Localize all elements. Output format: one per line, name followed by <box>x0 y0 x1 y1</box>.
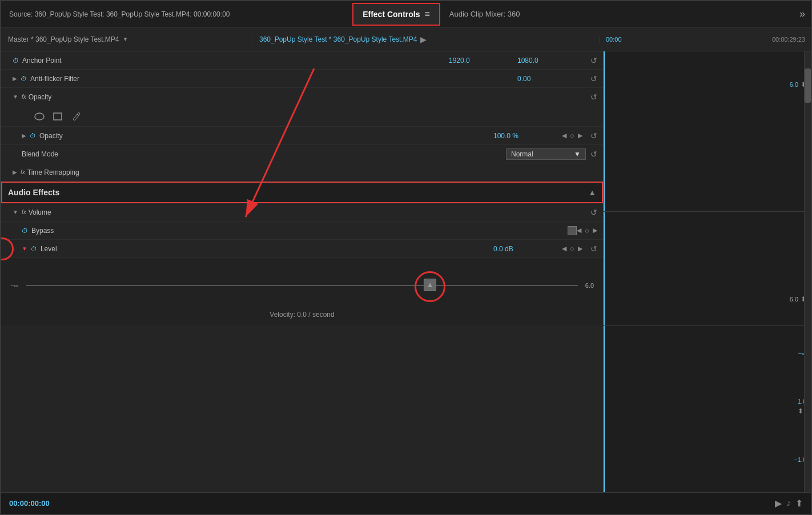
master-clip-name: Master * 360_PopUp Style Test.MP4 <box>8 35 119 43</box>
audio-effects-label: Audio Effects <box>8 188 59 197</box>
level-reset-button[interactable]: ↺ <box>590 244 597 254</box>
blend-mode-label: Blend Mode <box>22 150 506 158</box>
level-row: ▼ ⏱ Level 0.0 dB ◀ ◇ ▶ ↺ <box>1 240 603 258</box>
bypass-nav-controls: ◀ ◇ ▶ <box>577 227 597 234</box>
blend-mode-row: Blend Mode Normal ▼ ↺ <box>1 145 603 163</box>
time-remapping-expand-arrow[interactable]: ▶ <box>13 169 17 175</box>
opacity-nav-controls: ◀ ◇ ▶ ↺ <box>562 131 597 140</box>
level-nav-right[interactable]: ▶ <box>578 245 582 252</box>
clip-dropdown-arrow[interactable]: ▼ <box>123 36 128 42</box>
opacity-value[interactable]: 100.0 % <box>493 132 562 140</box>
volume-fx-badge: fx <box>22 209 26 215</box>
timeline-playhead <box>604 51 605 492</box>
level-label: Level <box>41 245 493 253</box>
audio-effects-scroll-up-icon[interactable]: ▲ <box>588 188 596 197</box>
blend-mode-chevron-icon: ▼ <box>574 150 581 158</box>
opacity-reset-button[interactable]: ↺ <box>590 92 597 102</box>
effect-panel: ⏱ Anchor Point 1920.0 1080.0 ↺ ▶ ⏱ Anti-… <box>1 51 604 492</box>
anchor-point-stopwatch-icon[interactable]: ⏱ <box>13 57 19 64</box>
opacity-keyframe-diamond[interactable]: ◇ <box>570 132 574 139</box>
anchor-point-row: ⏱ Anchor Point 1920.0 1080.0 ↺ <box>1 51 603 70</box>
bypass-nav-left[interactable]: ◀ <box>577 227 581 234</box>
level-keyframe-diamond[interactable]: ◇ <box>570 246 574 252</box>
play-to-out-button[interactable]: ▶ <box>775 498 782 509</box>
timeline-panel: 6.0 ⬍ 6.0 ⬍ −∞ 1.0 ⬍ −1.0 <box>604 51 811 492</box>
blend-mode-reset-button[interactable]: ↺ <box>590 150 597 159</box>
sequence-clip-name: 360_PopUp Style Test * 360_PopUp Style T… <box>259 35 417 43</box>
blend-mode-dropdown[interactable]: Normal ▼ <box>506 148 586 160</box>
opacity-fx-badge: fx <box>22 94 26 100</box>
anti-flicker-expand-arrow[interactable]: ▶ <box>13 75 17 82</box>
timeline-divider-1 <box>604 211 811 212</box>
anti-flicker-reset-button[interactable]: ↺ <box>590 74 597 83</box>
level-stopwatch-icon[interactable]: ⏱ <box>31 246 37 252</box>
bottom-controls: ▶ ♪ ⬆ <box>775 498 803 509</box>
opacity-value-expand-arrow[interactable]: ▶ <box>22 132 26 139</box>
pen-tool-icon[interactable] <box>70 110 82 123</box>
svg-rect-1 <box>54 113 62 120</box>
effect-controls-tab[interactable]: Effect Controls ≡ <box>352 3 440 26</box>
time-remapping-label: Time Remapping <box>27 168 597 176</box>
timeline-scrollbar[interactable] <box>804 51 811 492</box>
opacity-value-label: Opacity <box>39 132 493 140</box>
content-area: ⏱ Anchor Point 1920.0 1080.0 ↺ ▶ ⏱ Anti-… <box>1 51 811 492</box>
opacity-nav-right[interactable]: ▶ <box>578 132 582 139</box>
db-value-6-lower: 6.0 <box>790 296 798 303</box>
svg-point-0 <box>35 113 44 120</box>
anti-flicker-stopwatch-icon[interactable]: ⏱ <box>21 75 27 82</box>
anti-flicker-label: Anti-flicker Filter <box>30 75 517 83</box>
export-button[interactable]: ⬆ <box>795 498 803 509</box>
slider-track-row: −∞ 6.0 <box>10 263 594 308</box>
clip-header-right: 360_PopUp Style Test * 360_PopUp Style T… <box>252 35 600 44</box>
timeline-time-start: 00:00 <box>606 36 622 43</box>
menu-icon[interactable]: ≡ <box>425 9 430 19</box>
bypass-stopwatch-icon[interactable]: ⏱ <box>22 227 28 234</box>
slider-track <box>26 285 578 286</box>
ellipse-tool-icon[interactable] <box>33 110 46 123</box>
clip-header-left: Master * 360_PopUp Style Test.MP4 ▼ <box>1 35 252 43</box>
bypass-nav-right[interactable]: ▶ <box>593 227 597 234</box>
anchor-point-x-value[interactable]: 1920.0 <box>449 57 517 65</box>
audio-effects-header: Audio Effects ▲ <box>1 182 603 203</box>
anti-flicker-row: ▶ ⏱ Anti-flicker Filter 0.00 ↺ <box>1 70 603 88</box>
slider-min-label: −∞ <box>10 282 26 289</box>
timeline-scrollbar-thumb[interactable] <box>805 69 811 103</box>
effect-controls-label: Effect Controls <box>363 10 420 19</box>
blend-mode-value: Normal <box>511 150 533 158</box>
opacity-nav-left[interactable]: ◀ <box>562 132 566 139</box>
time-remapping-row: ▶ fx Time Remapping <box>1 163 603 182</box>
level-nav-left[interactable]: ◀ <box>562 245 566 252</box>
bypass-row: ⏱ Bypass ◀ ◇ ▶ <box>1 222 603 240</box>
opacity-expand-arrow[interactable]: ▼ <box>13 94 18 100</box>
level-expand-arrow[interactable]: ▼ <box>22 246 27 252</box>
timecode: 00:00:00:00 <box>9 499 50 508</box>
rectangle-tool-icon[interactable] <box>51 110 64 123</box>
volume-expand-arrow[interactable]: ▼ <box>13 209 18 215</box>
slider-area: −∞ 6.0 Velocity: 0.0 / second <box>1 258 603 325</box>
opacity-value-reset-button[interactable]: ↺ <box>590 131 597 140</box>
time-remapping-fx-badge: fx <box>21 169 25 175</box>
source-label: Source: 360_PopUp Style Test: 360_PopUp … <box>1 10 352 18</box>
opacity-section-row: ▼ fx Opacity ↺ <box>1 88 603 106</box>
anti-flicker-value[interactable]: 0.00 <box>517 75 586 83</box>
bypass-checkbox[interactable] <box>568 226 577 235</box>
volume-section-row: ▼ fx Volume ↺ <box>1 203 603 222</box>
slider-max-label: 6.0 <box>578 282 594 289</box>
anchor-point-y-value[interactable]: 1080.0 <box>517 57 586 65</box>
level-value[interactable]: 0.0 dB <box>493 245 562 253</box>
db-value-6: 6.0 <box>790 81 798 88</box>
opacity-tools-row <box>1 106 603 127</box>
extend-button[interactable]: » <box>794 8 811 20</box>
slider-thumb[interactable] <box>424 279 436 291</box>
audio-button[interactable]: ♪ <box>786 498 791 509</box>
volume-reset-button[interactable]: ↺ <box>590 208 597 217</box>
opacity-stopwatch-icon[interactable]: ⏱ <box>30 132 36 139</box>
anchor-point-label: Anchor Point <box>22 57 449 65</box>
bypass-keyframe-diamond[interactable]: ◇ <box>585 227 589 234</box>
clip-play-button[interactable]: ▶ <box>420 35 427 44</box>
top-bar: Source: 360_PopUp Style Test: 360_PopUp … <box>1 1 811 27</box>
anchor-point-reset-button[interactable]: ↺ <box>590 56 597 65</box>
db-expand-icon-3[interactable]: ⬍ <box>798 407 803 415</box>
bottom-bar: 00:00:00:00 ▶ ♪ ⬆ <box>1 492 811 514</box>
volume-label: Volume <box>29 208 586 216</box>
